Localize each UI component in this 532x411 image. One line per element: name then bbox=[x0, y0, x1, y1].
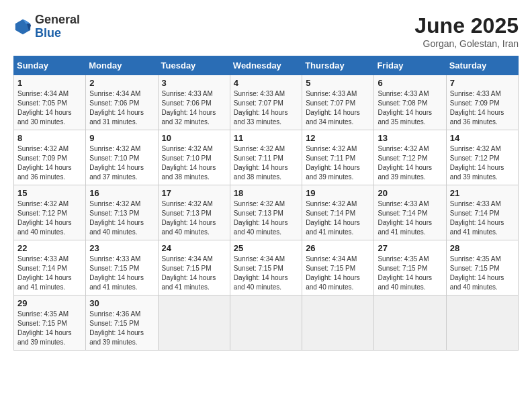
logo: General Blue bbox=[13, 13, 80, 40]
day-number: 23 bbox=[89, 243, 154, 253]
day-info: Sunrise: 4:35 AMSunset: 7:15 PMDaylight:… bbox=[17, 310, 72, 346]
day-number: 9 bbox=[89, 133, 154, 143]
day-number: 20 bbox=[378, 188, 442, 198]
day-info: Sunrise: 4:33 AMSunset: 7:14 PMDaylight:… bbox=[17, 255, 72, 291]
day-number: 5 bbox=[306, 78, 370, 88]
table-row: 11 Sunrise: 4:32 AMSunset: 7:11 PMDaylig… bbox=[230, 130, 302, 185]
day-number: 17 bbox=[162, 188, 226, 198]
day-info: Sunrise: 4:32 AMSunset: 7:12 PMDaylight:… bbox=[450, 145, 504, 181]
table-row bbox=[230, 295, 302, 351]
table-row: 30 Sunrise: 4:36 AMSunset: 7:15 PMDaylig… bbox=[86, 295, 158, 351]
table-row: 15 Sunrise: 4:32 AMSunset: 7:12 PMDaylig… bbox=[14, 185, 86, 240]
day-number: 30 bbox=[89, 298, 154, 308]
table-row: 18 Sunrise: 4:32 AMSunset: 7:13 PMDaylig… bbox=[230, 185, 302, 240]
logo-blue-text: Blue bbox=[35, 27, 80, 40]
table-row: 27 Sunrise: 4:35 AMSunset: 7:15 PMDaylig… bbox=[374, 240, 446, 295]
table-row: 2 Sunrise: 4:34 AMSunset: 7:06 PMDayligh… bbox=[86, 75, 158, 130]
table-row: 24 Sunrise: 4:34 AMSunset: 7:15 PMDaylig… bbox=[158, 240, 230, 295]
day-number: 28 bbox=[450, 243, 515, 253]
day-number: 16 bbox=[89, 188, 154, 198]
day-info: Sunrise: 4:32 AMSunset: 7:13 PMDaylight:… bbox=[89, 200, 144, 236]
day-number: 4 bbox=[234, 78, 298, 88]
table-row: 12 Sunrise: 4:32 AMSunset: 7:11 PMDaylig… bbox=[302, 130, 374, 185]
table-row: 6 Sunrise: 4:33 AMSunset: 7:08 PMDayligh… bbox=[374, 75, 446, 130]
day-info: Sunrise: 4:33 AMSunset: 7:08 PMDaylight:… bbox=[378, 90, 432, 126]
day-info: Sunrise: 4:32 AMSunset: 7:14 PMDaylight:… bbox=[306, 200, 360, 236]
day-info: Sunrise: 4:34 AMSunset: 7:15 PMDaylight:… bbox=[162, 255, 216, 291]
logo-general-text: General bbox=[35, 13, 80, 27]
table-row: 16 Sunrise: 4:32 AMSunset: 7:13 PMDaylig… bbox=[86, 185, 158, 240]
day-info: Sunrise: 4:33 AMSunset: 7:07 PMDaylight:… bbox=[234, 90, 288, 126]
day-info: Sunrise: 4:32 AMSunset: 7:10 PMDaylight:… bbox=[162, 145, 216, 181]
day-number: 7 bbox=[450, 78, 515, 88]
table-row: 21 Sunrise: 4:33 AMSunset: 7:14 PMDaylig… bbox=[446, 185, 518, 240]
table-row bbox=[302, 295, 374, 351]
table-row: 10 Sunrise: 4:32 AMSunset: 7:10 PMDaylig… bbox=[158, 130, 230, 185]
day-number: 27 bbox=[378, 243, 442, 253]
page-header: General Blue June 2025 Gorgan, Golestan,… bbox=[13, 13, 519, 49]
day-info: Sunrise: 4:32 AMSunset: 7:09 PMDaylight:… bbox=[17, 145, 72, 181]
day-info: Sunrise: 4:33 AMSunset: 7:14 PMDaylight:… bbox=[450, 200, 504, 236]
calendar-week-row: 29 Sunrise: 4:35 AMSunset: 7:15 PMDaylig… bbox=[14, 295, 519, 351]
header-tuesday: Tuesday bbox=[158, 56, 230, 75]
header-thursday: Thursday bbox=[302, 56, 374, 75]
table-row: 22 Sunrise: 4:33 AMSunset: 7:14 PMDaylig… bbox=[14, 240, 86, 295]
day-number: 24 bbox=[162, 243, 226, 253]
table-row: 13 Sunrise: 4:32 AMSunset: 7:12 PMDaylig… bbox=[374, 130, 446, 185]
header-monday: Monday bbox=[86, 56, 158, 75]
logo-text: General Blue bbox=[35, 13, 80, 40]
table-row: 7 Sunrise: 4:33 AMSunset: 7:09 PMDayligh… bbox=[446, 75, 518, 130]
day-info: Sunrise: 4:33 AMSunset: 7:14 PMDaylight:… bbox=[378, 200, 432, 236]
logo-icon bbox=[13, 17, 32, 36]
calendar-header-row: Sunday Monday Tuesday Wednesday Thursday… bbox=[14, 56, 519, 75]
table-row: 1 Sunrise: 4:34 AMSunset: 7:05 PMDayligh… bbox=[14, 75, 86, 130]
day-info: Sunrise: 4:34 AMSunset: 7:06 PMDaylight:… bbox=[89, 90, 144, 126]
table-row: 8 Sunrise: 4:32 AMSunset: 7:09 PMDayligh… bbox=[14, 130, 86, 185]
day-info: Sunrise: 4:32 AMSunset: 7:11 PMDaylight:… bbox=[306, 145, 360, 181]
day-number: 21 bbox=[450, 188, 515, 198]
header-sunday: Sunday bbox=[14, 56, 86, 75]
day-info: Sunrise: 4:32 AMSunset: 7:13 PMDaylight:… bbox=[234, 200, 288, 236]
day-number: 3 bbox=[162, 78, 226, 88]
day-number: 6 bbox=[378, 78, 442, 88]
day-info: Sunrise: 4:32 AMSunset: 7:12 PMDaylight:… bbox=[17, 200, 72, 236]
day-number: 29 bbox=[17, 298, 82, 308]
day-info: Sunrise: 4:35 AMSunset: 7:15 PMDaylight:… bbox=[378, 255, 432, 291]
calendar-table: Sunday Monday Tuesday Wednesday Thursday… bbox=[13, 56, 519, 351]
table-row: 25 Sunrise: 4:34 AMSunset: 7:15 PMDaylig… bbox=[230, 240, 302, 295]
table-row: 19 Sunrise: 4:32 AMSunset: 7:14 PMDaylig… bbox=[302, 185, 374, 240]
day-number: 18 bbox=[234, 188, 298, 198]
day-number: 19 bbox=[306, 188, 370, 198]
table-row: 3 Sunrise: 4:33 AMSunset: 7:06 PMDayligh… bbox=[158, 75, 230, 130]
month-year-title: June 2025 bbox=[414, 13, 519, 38]
header-friday: Friday bbox=[374, 56, 446, 75]
day-info: Sunrise: 4:36 AMSunset: 7:15 PMDaylight:… bbox=[89, 310, 144, 346]
table-row bbox=[158, 295, 230, 351]
table-row: 17 Sunrise: 4:32 AMSunset: 7:13 PMDaylig… bbox=[158, 185, 230, 240]
day-number: 25 bbox=[234, 243, 298, 253]
table-row: 23 Sunrise: 4:33 AMSunset: 7:15 PMDaylig… bbox=[86, 240, 158, 295]
day-number: 26 bbox=[306, 243, 370, 253]
table-row bbox=[374, 295, 446, 351]
calendar-week-row: 22 Sunrise: 4:33 AMSunset: 7:14 PMDaylig… bbox=[14, 240, 519, 295]
day-number: 22 bbox=[17, 243, 82, 253]
day-info: Sunrise: 4:33 AMSunset: 7:06 PMDaylight:… bbox=[162, 90, 216, 126]
table-row bbox=[446, 295, 518, 351]
calendar-week-row: 15 Sunrise: 4:32 AMSunset: 7:12 PMDaylig… bbox=[14, 185, 519, 240]
day-number: 10 bbox=[162, 133, 226, 143]
table-row: 4 Sunrise: 4:33 AMSunset: 7:07 PMDayligh… bbox=[230, 75, 302, 130]
table-row: 28 Sunrise: 4:35 AMSunset: 7:15 PMDaylig… bbox=[446, 240, 518, 295]
day-number: 8 bbox=[17, 133, 82, 143]
table-row: 29 Sunrise: 4:35 AMSunset: 7:15 PMDaylig… bbox=[14, 295, 86, 351]
day-number: 12 bbox=[306, 133, 370, 143]
day-number: 2 bbox=[89, 78, 154, 88]
day-info: Sunrise: 4:32 AMSunset: 7:10 PMDaylight:… bbox=[89, 145, 144, 181]
day-info: Sunrise: 4:33 AMSunset: 7:07 PMDaylight:… bbox=[306, 90, 360, 126]
day-number: 13 bbox=[378, 133, 442, 143]
day-info: Sunrise: 4:34 AMSunset: 7:15 PMDaylight:… bbox=[234, 255, 288, 291]
day-number: 1 bbox=[17, 78, 82, 88]
location-text: Gorgan, Golestan, Iran bbox=[414, 38, 519, 49]
day-info: Sunrise: 4:35 AMSunset: 7:15 PMDaylight:… bbox=[450, 255, 504, 291]
header-saturday: Saturday bbox=[446, 56, 518, 75]
title-block: June 2025 Gorgan, Golestan, Iran bbox=[414, 13, 519, 49]
